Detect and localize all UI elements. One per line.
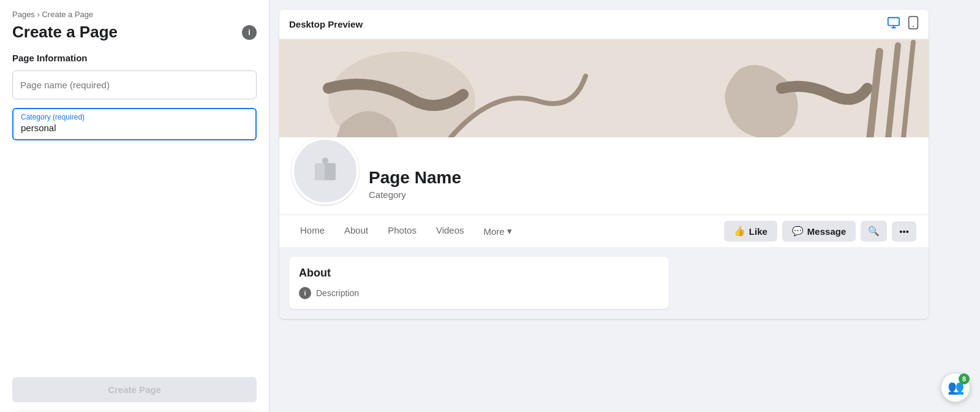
mobile-icon[interactable] bbox=[908, 16, 919, 32]
preview-icons bbox=[887, 16, 919, 32]
section-label: Page Information bbox=[12, 53, 257, 63]
breadcrumb: Pages › Create a Page bbox=[12, 10, 257, 19]
nav-more-label: More bbox=[484, 226, 505, 237]
description-info-icon: i bbox=[299, 287, 311, 299]
preview-container: Desktop Preview bbox=[279, 10, 929, 319]
search-button[interactable]: 🔍 bbox=[861, 221, 887, 242]
nav-more[interactable]: More ▾ bbox=[475, 218, 521, 244]
nav-link-videos[interactable]: Videos bbox=[428, 218, 473, 245]
page-nav: Home About Photos Videos More ▾ 👍 Like 💬… bbox=[279, 215, 929, 247]
right-panel: Desktop Preview bbox=[270, 0, 980, 412]
profile-page-name: Page Name bbox=[369, 167, 461, 188]
svg-rect-0 bbox=[888, 18, 899, 26]
nav-link-about[interactable]: About bbox=[336, 218, 377, 245]
chevron-down-icon: ▾ bbox=[507, 226, 512, 237]
breadcrumb-separator: › bbox=[37, 10, 40, 19]
svg-rect-11 bbox=[315, 163, 325, 180]
info-icon[interactable]: i bbox=[242, 25, 257, 40]
page-main-title: Create a Page bbox=[12, 23, 118, 42]
messenger-icon: 💬 bbox=[792, 226, 804, 237]
description-text: Description bbox=[316, 288, 359, 298]
page-name-input[interactable] bbox=[12, 71, 257, 99]
search-icon: 🔍 bbox=[868, 226, 880, 237]
category-label: Category (required) bbox=[21, 113, 248, 121]
preview-header: Desktop Preview bbox=[279, 10, 929, 39]
nav-link-home[interactable]: Home bbox=[292, 218, 333, 245]
svg-point-12 bbox=[322, 158, 328, 164]
message-label: Message bbox=[807, 226, 846, 237]
breadcrumb-parent: Pages bbox=[12, 10, 35, 19]
left-header: Pages › Create a Page Create a Page i bbox=[0, 0, 269, 53]
profile-info: Page Name Category bbox=[369, 167, 461, 205]
category-input[interactable]: personal bbox=[21, 123, 248, 133]
thumbsup-icon: 👍 bbox=[734, 226, 745, 237]
create-page-button[interactable]: Create Page bbox=[12, 377, 257, 402]
more-options-button[interactable]: ••• bbox=[892, 221, 916, 242]
like-label: Like bbox=[749, 226, 767, 237]
about-description: i Description bbox=[299, 287, 659, 299]
svg-point-4 bbox=[913, 26, 914, 27]
about-card-title: About bbox=[299, 267, 659, 280]
message-button[interactable]: 💬 Message bbox=[782, 221, 856, 242]
about-card: About i Description bbox=[289, 257, 669, 309]
nav-actions: 👍 Like 💬 Message 🔍 ••• bbox=[724, 221, 916, 242]
preview-title: Desktop Preview bbox=[289, 19, 363, 29]
like-button[interactable]: 👍 Like bbox=[724, 221, 777, 242]
breadcrumb-current: Create a Page bbox=[42, 10, 93, 19]
left-panel: Pages › Create a Page Create a Page i Pa… bbox=[0, 0, 270, 412]
chat-badge: 8 bbox=[959, 373, 970, 384]
nav-links: Home About Photos Videos More ▾ bbox=[292, 218, 521, 245]
desktop-icon[interactable] bbox=[887, 16, 900, 32]
page-title-row: Create a Page i bbox=[12, 23, 257, 42]
avatar bbox=[292, 137, 359, 205]
nav-link-photos[interactable]: Photos bbox=[379, 218, 425, 245]
page-content: About i Description bbox=[279, 247, 929, 319]
category-wrapper: Category (required) personal bbox=[12, 108, 257, 140]
profile-section: Page Name Category bbox=[279, 137, 929, 215]
chat-bubble[interactable]: 👥 8 bbox=[941, 373, 970, 402]
profile-category: Category bbox=[369, 189, 461, 200]
profile-row: Page Name Category bbox=[292, 137, 916, 215]
ellipsis-icon: ••• bbox=[899, 226, 909, 237]
